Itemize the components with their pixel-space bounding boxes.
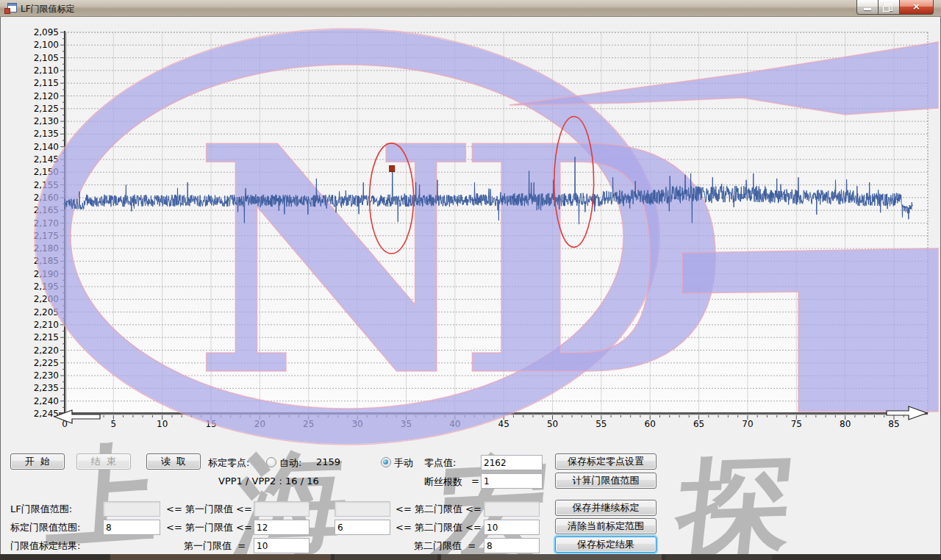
window-controls: × — [856, 0, 934, 14]
result1-input[interactable] — [254, 538, 310, 553]
signal-trace — [65, 157, 912, 225]
broken-wire-equals: = — [471, 475, 479, 487]
minimize-icon — [864, 8, 871, 10]
window-title: LF门限值标定 — [21, 3, 75, 15]
vpp-label: VPP1 / VPP2 : 16 / 16 — [218, 475, 319, 487]
manual-label: 手动 — [394, 456, 413, 470]
calib-low2-input[interactable] — [334, 520, 390, 535]
result2-input[interactable] — [484, 538, 540, 553]
taskbar-segment — [334, 554, 437, 560]
maximize-button[interactable] — [879, 0, 900, 15]
pan-left-arrow[interactable] — [54, 410, 100, 423]
result1-label: 第一门限值 = — [184, 539, 246, 553]
signal-chart — [0, 0, 941, 441]
taskbar-segment — [110, 554, 331, 560]
taskbar-strip — [0, 554, 941, 560]
threshold1-text-row3: <= 第一门限值 <= — [166, 503, 252, 516]
app-icon — [4, 3, 16, 13]
minimize-button[interactable] — [856, 0, 879, 15]
save-result-button[interactable]: 保存标定结果 — [555, 536, 656, 553]
threshold2-text-row3: <= 第二门限值 <= — [396, 503, 482, 516]
lf-high1-field — [254, 501, 310, 517]
broken-wire-input[interactable] — [481, 473, 543, 489]
calib-high1-input[interactable] — [254, 520, 310, 535]
lf-range-label: LF门限值范围: — [10, 503, 72, 516]
selected-point-marker — [390, 165, 395, 171]
result2-label: 第二门限值 = — [414, 539, 476, 553]
restore-icon — [884, 4, 892, 11]
start-button[interactable]: 开 始 — [10, 453, 65, 470]
broken-wire-label: 断丝根数 — [424, 475, 462, 489]
read-button[interactable]: 读 取 — [146, 453, 201, 470]
zero-value-label: 零点值: — [424, 456, 456, 470]
red-dot-icon — [4, 8, 10, 14]
pan-right-arrow[interactable] — [887, 406, 927, 420]
taskbar-segment — [665, 554, 772, 560]
auto-radio[interactable] — [266, 457, 276, 467]
calib-low1-input[interactable] — [103, 520, 160, 535]
lf-low1-field — [103, 501, 160, 517]
calib-range-label: 标定门限值范围: — [10, 521, 80, 534]
titlebar: LF门限值标定 × — [0, 0, 941, 17]
zero-point-label: 标定零点: — [208, 456, 249, 470]
taskbar-segment — [441, 554, 662, 560]
app-window: { "window": { "title": "LF门限值标定" }, "ico… — [0, 0, 941, 560]
stop-button: 结 束 — [76, 453, 131, 470]
auto-label: 自动: — [279, 456, 301, 470]
save-zero-settings-button[interactable]: 保存标定零点设置 — [555, 453, 656, 470]
save-continue-button[interactable]: 保存并继续标定 — [555, 500, 656, 516]
highlight-ellipse-2 — [554, 117, 594, 248]
clear-current-range-button[interactable]: 清除当前标定范围 — [555, 518, 656, 534]
stamp-character: 探 — [670, 431, 801, 560]
calc-threshold-range-button[interactable]: 计算门限值范围 — [555, 473, 656, 489]
close-button[interactable]: × — [900, 0, 934, 15]
lf-low2-field — [334, 501, 390, 517]
result-label: 门限值标定结果: — [10, 539, 80, 553]
threshold1-text-row4: <= 第一门限值 <= — [166, 521, 252, 534]
close-icon: × — [900, 1, 933, 12]
zero-value-input[interactable] — [481, 455, 543, 470]
calib-high2-input[interactable] — [484, 520, 540, 535]
auto-zero-value: 2159 — [316, 456, 340, 467]
threshold2-text-row4: <= 第二门限值 <= — [396, 521, 482, 534]
manual-radio[interactable] — [381, 457, 391, 467]
lf-high2-field — [484, 501, 540, 517]
